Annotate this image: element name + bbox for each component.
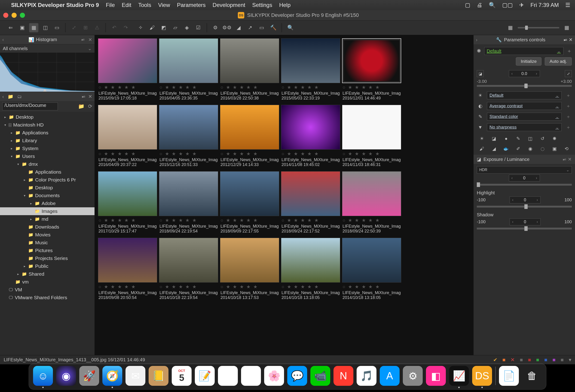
rating-stars[interactable]: ★ ★ ★ ★ ★ xyxy=(282,218,340,223)
status-icon[interactable]: ✈ xyxy=(519,2,524,8)
dock-cleanmymac-icon[interactable]: ◧ xyxy=(426,366,446,386)
dock-contacts-icon[interactable]: 📒 xyxy=(149,366,168,386)
add-preset-icon[interactable]: ＋ xyxy=(567,47,572,54)
dock-silkypix-icon[interactable]: DS xyxy=(472,366,492,386)
tree-item[interactable]: 📁Images xyxy=(0,207,95,215)
dock-news-icon[interactable]: N xyxy=(334,366,353,386)
tree-item[interactable]: ▸📁Library xyxy=(0,137,95,145)
zoom-grid-large-icon[interactable]: ▦ xyxy=(562,23,572,33)
view-preview-button[interactable]: ▭ xyxy=(52,23,62,33)
check-button[interactable]: ☑ xyxy=(193,23,203,33)
menu-edit[interactable]: Edit xyxy=(122,2,131,8)
dock-preferences-icon[interactable]: ⚙ xyxy=(403,366,423,386)
thumbnail[interactable]: ★ ★ ★ ★ ★LIFEstyle_News_MiXture_Image201… xyxy=(220,38,279,101)
preset-settings-icon[interactable]: ✺ xyxy=(477,48,481,54)
tab-layers-icon[interactable]: ▣ xyxy=(549,145,559,153)
add-icon[interactable]: ＋ xyxy=(565,124,572,131)
rating-stars[interactable]: ★ ★ ★ ★ ★ xyxy=(282,284,340,289)
undo-button[interactable]: ↶ xyxy=(109,23,119,33)
mark-green-icon[interactable]: ■ xyxy=(536,357,539,363)
thumbnail[interactable]: ★ ★ ★ ★ ★LIFEstyle_News_MiXture_Image201… xyxy=(159,171,218,234)
folder-mode-icon[interactable]: 📁 xyxy=(8,94,13,99)
menu-help[interactable]: Help xyxy=(279,2,290,8)
dock-mail-icon[interactable]: ✉ xyxy=(125,366,145,386)
highlight-value-spinner[interactable]: ‹0› xyxy=(510,196,541,203)
thumbnail[interactable]: ★ ★ ★ ★ ★LIFEstyle_News_MiXture_Image201… xyxy=(159,238,218,300)
rating-stars[interactable]: ★ ★ ★ ★ ★ xyxy=(282,85,340,90)
panel-pin-icon[interactable]: ▸≡ xyxy=(82,37,84,42)
shadow-value-spinner[interactable]: ‹0› xyxy=(510,218,541,225)
dock-downloads-icon[interactable]: 📄 xyxy=(499,366,519,386)
panel-collapse-right[interactable]: › xyxy=(476,37,478,43)
view-grid-button[interactable]: ▦ xyxy=(29,23,39,33)
menu-file[interactable]: File xyxy=(106,2,115,8)
tree-item[interactable]: 📁Pictures xyxy=(0,247,95,254)
rating-stars[interactable]: ★ ★ ★ ★ ★ xyxy=(160,284,218,289)
rating-stars[interactable]: ★ ★ ★ ★ ★ xyxy=(98,218,157,223)
rating-stars[interactable]: ★ ★ ★ ★ ★ xyxy=(342,218,401,223)
thumbnail[interactable]: ★ ★ ★ ★ ★LIFEstyle_News_MiXture_Image201… xyxy=(281,238,340,300)
mark-check-icon[interactable]: ✔ xyxy=(493,357,497,363)
dock-itunes-icon[interactable]: 🎵 xyxy=(357,366,377,386)
thumbnail[interactable]: ★ ★ ★ ★ ★LIFEstyle_News_MiXture_Image201… xyxy=(159,105,218,167)
thumbnail[interactable]: ★ ★ ★ ★ ★LIFEstyle_News_MiXture_Image201… xyxy=(98,238,157,300)
panel-pin-icon[interactable]: ▸≡ xyxy=(563,157,566,162)
rating-stars[interactable]: ★ ★ ★ ★ ★ xyxy=(98,85,157,90)
tree-item[interactable]: 📁vm xyxy=(0,278,95,286)
tab-exposure-icon[interactable]: ☀ xyxy=(477,134,487,143)
view-single-button[interactable]: ▣ xyxy=(17,23,27,33)
mark-delete-icon[interactable]: ✕ xyxy=(510,357,515,363)
refresh-button[interactable]: ⟳ xyxy=(88,103,92,109)
dock-finder-icon[interactable]: ☺ xyxy=(33,366,53,386)
thumbnail[interactable]: ★ ★ ★ ★ ★LIFEstyle_News_MiXture_Image201… xyxy=(220,105,279,167)
open-folder-button[interactable]: 📁 xyxy=(78,103,84,109)
spotlight-icon[interactable]: 🔍 xyxy=(489,2,496,8)
hdr-value-spinner[interactable]: ‹0› xyxy=(509,174,540,181)
thumbnail[interactable]: ★ ★ ★ ★ ★LIFEstyle_News_MiXture_Image201… xyxy=(342,238,401,300)
window-close[interactable] xyxy=(3,13,8,18)
view-split-button[interactable]: ◫ xyxy=(40,23,50,33)
tab-brush-icon[interactable]: 🖌 xyxy=(477,145,487,153)
thumbnail[interactable]: ★ ★ ★ ★ ★LIFEstyle_News_MiXture_Image201… xyxy=(281,105,340,167)
rating-stars[interactable]: ★ ★ ★ ★ ★ xyxy=(160,151,218,156)
label-button[interactable]: ▭ xyxy=(257,23,267,33)
thumbnail[interactable]: ★ ★ ★ ★ ★LIFEstyle_News_MiXture_Image201… xyxy=(281,38,340,101)
fullscreen-button[interactable]: ⤢ xyxy=(69,23,79,33)
thumbnail[interactable]: ★ ★ ★ ★ ★LIFEstyle_News_MiXture_Image201… xyxy=(98,38,157,101)
tab-blur-icon[interactable]: ◌ xyxy=(537,145,548,153)
dock-maps-icon[interactable]: 🗺 xyxy=(241,366,261,386)
tree-item[interactable]: ▸📁Shared xyxy=(0,270,95,278)
nav-back-button[interactable]: ⇐ xyxy=(5,23,16,33)
panel-close-icon[interactable]: ✕ xyxy=(88,37,92,43)
color-select[interactable]: Standard color xyxy=(487,113,562,121)
mark-blue-icon[interactable]: ■ xyxy=(544,357,547,363)
tab-tone-icon[interactable]: ◪ xyxy=(489,134,499,143)
gears-button[interactable]: ⚙⚙ xyxy=(222,23,232,33)
preset-select[interactable]: Default xyxy=(484,47,563,55)
rating-stars[interactable]: ★ ★ ★ ★ ★ xyxy=(220,151,279,156)
dock-reminders-icon[interactable]: ☑ xyxy=(218,366,238,386)
thumbnail-grid[interactable]: ★ ★ ★ ★ ★LIFEstyle_News_MiXture_Image201… xyxy=(95,35,473,355)
menubar-clock[interactable]: Fri 7:39 AM xyxy=(530,2,559,8)
tab-pen-icon[interactable]: ✐ xyxy=(513,145,523,153)
exposure-reset-icon[interactable]: ⤢ xyxy=(565,70,572,77)
mark-red-icon[interactable]: ■ xyxy=(528,357,531,363)
shadow-slider[interactable] xyxy=(477,228,572,229)
mark-orange-icon[interactable]: ■ xyxy=(503,357,505,363)
tree-item[interactable]: ▸📁Color Projects 6 Pr xyxy=(0,176,95,184)
thumbnail[interactable]: ★ ★ ★ ★ ★LIFEstyle_News_MiXture_Image201… xyxy=(342,171,401,234)
tree-item[interactable]: ▾📁Documents xyxy=(0,192,95,199)
add-icon[interactable]: ＋ xyxy=(565,92,572,99)
tree-item[interactable]: ▾📁dmx xyxy=(0,160,95,168)
window-zoom[interactable] xyxy=(20,13,25,18)
exposure-value-spinner[interactable]: ‹0.0› xyxy=(509,70,540,77)
tree-item[interactable]: 📁Desktop xyxy=(0,184,95,192)
thumbnail[interactable]: ★ ★ ★ ★ ★LIFEstyle_News_MiXture_Image201… xyxy=(98,171,157,234)
panel-pin-icon[interactable]: ▸≡ xyxy=(564,38,566,42)
white-balance-select[interactable]: Default xyxy=(487,91,562,99)
panel-collapse-left[interactable]: ‹ xyxy=(2,94,4,99)
thumbnail[interactable]: ★ ★ ★ ★ ★LIFEstyle_News_MiXture_Image201… xyxy=(98,105,157,167)
rating-stars[interactable]: ★ ★ ★ ★ ★ xyxy=(282,151,340,156)
tab-clone-icon[interactable]: ◉ xyxy=(525,145,535,153)
dock-messages-icon[interactable]: 💬 xyxy=(287,366,307,386)
